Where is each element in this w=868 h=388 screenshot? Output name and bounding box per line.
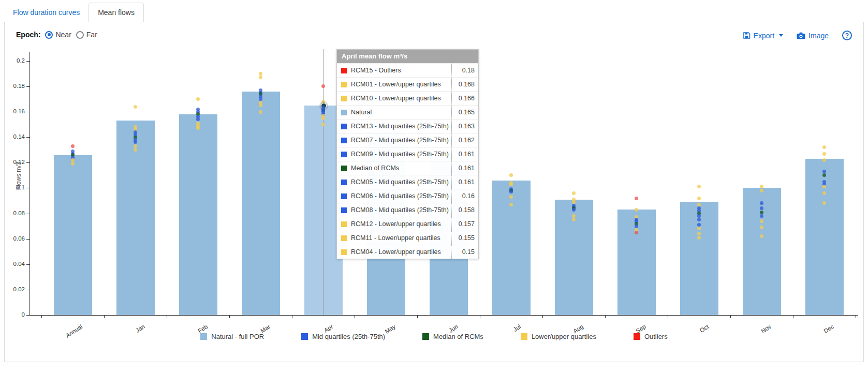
tooltip-series-value: 0.168 [451,78,478,91]
point-Sep-1[interactable] [635,208,638,212]
export-button[interactable]: Export [743,32,783,40]
series-swatch-icon [341,249,347,255]
y-axis-tick [26,112,30,112]
point-Dec-2[interactable] [822,158,826,162]
tooltip-series-value: 0.165 [451,106,478,119]
point-Dec-0[interactable] [822,145,826,149]
x-axis-tick [542,315,543,318]
x-axis-tick [668,315,668,318]
legend-swatch-icon [521,333,527,340]
point-Apr-12[interactable] [321,116,325,120]
point-Nov-6[interactable] [760,219,763,223]
x-axis-tick [104,315,105,318]
tooltip-title: April mean flow m³/s [337,50,478,63]
series-swatch-icon [341,166,347,171]
point-Mar-1[interactable] [259,76,262,79]
point-Feb-0[interactable] [196,97,200,101]
legend-label: Mid quartiles (25th-75th) [312,333,385,340]
point-Jul-2[interactable] [509,183,513,186]
point-Nov-4[interactable] [760,211,763,214]
y-axis-tick [26,61,30,62]
mean-flows-panel: Epoch: Near Far [4,22,864,362]
point-Jan-8[interactable] [134,144,137,148]
tooltip-series-value: 0.15 [451,245,478,259]
point-Nov-5[interactable] [760,214,763,218]
point-Oct-6[interactable] [697,214,701,218]
x-axis-tick [229,315,230,318]
tooltip-row: RCM12 - Lower/upper quartiles0.157 [337,217,478,231]
point-Nov-7[interactable] [760,226,763,229]
tooltip-series-value: 0.161 [451,147,478,161]
point-Mar-9[interactable] [259,110,262,114]
epoch-far-radio[interactable] [76,31,84,39]
point-Sep-8[interactable] [635,231,638,234]
image-label: Image [808,32,829,40]
point-Mar-6[interactable] [259,97,262,101]
point-Dec-3[interactable] [822,170,826,173]
point-Aug-2[interactable] [572,200,576,204]
legend-item-lower_upper[interactable]: Lower/upper quartiles [521,333,596,340]
tooltip-series-label: RCM10 - Lower/upper quartiles [351,95,451,102]
chart-toolbar: Epoch: Near Far [5,22,863,45]
bar-Feb[interactable] [179,114,217,315]
point-Jul-0[interactable] [509,173,513,177]
legend-item-mid[interactable]: Mid quartiles (25th-75th) [301,333,385,340]
epoch-far-option[interactable]: Far [76,31,97,39]
point-Oct-2[interactable] [697,203,701,206]
legend-label: Median of RCMs [433,333,483,340]
bar-Mar[interactable] [242,92,280,315]
point-Jan-0[interactable] [134,105,137,109]
x-axis-label-Jul: Jul [512,323,522,333]
image-button[interactable]: Image [797,32,829,40]
help-icon[interactable]: ? [842,31,852,40]
tooltip-row: RCM11 - Lower/upper quartiles0.155 [337,231,478,245]
y-axis-tick [26,239,30,240]
point-Annual-5[interactable] [71,158,75,162]
point-Dec-1[interactable] [822,152,826,156]
point-Sep-0[interactable] [635,197,638,200]
y-axis-tick-label: 0.14 [4,133,25,140]
point-Dec-8[interactable] [822,191,826,195]
chevron-down-icon [779,34,783,37]
camera-icon [797,32,805,39]
tab-mean-flows[interactable]: Mean flows [89,3,144,22]
bar-Jul[interactable] [492,181,531,315]
point-Annual-0[interactable] [71,144,75,148]
point-Oct-0[interactable] [697,185,701,188]
legend-item-outlier[interactable]: Outliers [634,333,668,340]
legend-item-median[interactable]: Median of RCMs [422,333,483,340]
epoch-near-option[interactable]: Near [45,31,71,39]
epoch-near-radio[interactable] [45,31,53,39]
series-swatch-icon [341,110,347,115]
point-Oct-11[interactable] [697,236,701,240]
point-Nov-1[interactable] [760,189,763,192]
point-Sep-6[interactable] [635,225,638,228]
point-Jul-7[interactable] [509,203,513,206]
tooltip-series-value: 0.155 [451,231,478,245]
x-axis-tick [480,315,480,318]
tooltip-series-label: RCM09 - Mid quartiles (25th-75th) [351,151,451,158]
series-swatch-icon [341,82,347,87]
tab-bar: Flow duration curves Mean flows [0,0,868,22]
tooltip-series-label: RCM13 - Mid quartiles (25th-75th) [351,123,451,130]
series-swatch-icon [341,152,347,157]
point-Aug-0[interactable] [572,191,576,195]
epoch-far-label: Far [86,31,97,39]
tooltip-row: RCM07 - Mid quartiles (25th-75th)0.162 [337,133,478,147]
point-Aug-6[interactable] [572,208,576,212]
series-swatch-icon [341,180,347,185]
y-axis-tick [26,137,30,138]
bar-Annual[interactable] [54,155,92,315]
point-Oct-1[interactable] [697,197,701,200]
point-Mar-0[interactable] [259,72,262,76]
legend-label: Lower/upper quartiles [532,333,596,340]
x-axis-tick [417,315,418,318]
mean-flows-chart: 00.020.040.060.080.10.120.140.160.180.2F… [5,49,863,353]
series-swatch-icon [341,68,347,73]
series-swatch-icon [341,96,347,101]
y-axis-tick [26,188,30,188]
point-Apr-0[interactable] [321,84,325,88]
legend-item-natural[interactable]: Natural - full POR [200,333,264,340]
tab-flow-duration-curves[interactable]: Flow duration curves [4,3,89,22]
point-Aug-7[interactable] [572,214,576,218]
